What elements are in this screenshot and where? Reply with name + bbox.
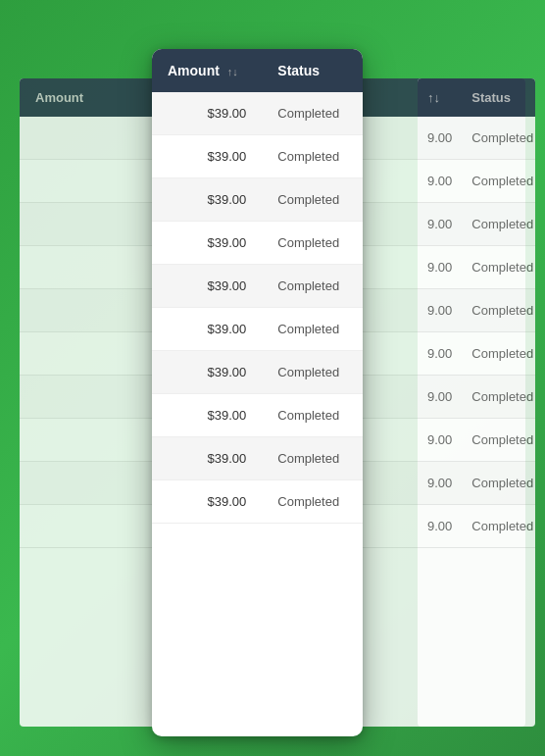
table-row: 9.00 Completed [418, 505, 535, 548]
status-cell: Completed [262, 92, 363, 135]
amount-cell: $39.00 [152, 92, 262, 135]
table-row: 9.00 Completed [418, 246, 535, 289]
status-cell: Completed [462, 376, 535, 419]
status-cell: Completed [262, 480, 363, 524]
right-sort-header: ↑↓ [418, 78, 462, 117]
table-row: 9.00 Completed [418, 332, 535, 376]
amount-cell: $39.00 [152, 178, 262, 222]
status-cell: Completed [262, 308, 363, 351]
status-cell: Completed [462, 246, 535, 289]
table-row: $39.00 Completed [152, 265, 363, 308]
sort-cell: 9.00 [418, 376, 462, 419]
table-row: $39.00 Completed [152, 92, 363, 135]
amount-cell: $39.00 [152, 265, 262, 308]
status-cell: Completed [262, 135, 363, 178]
table-row: $39.00 Completed [152, 351, 363, 394]
sort-cell: 9.00 [418, 203, 462, 246]
sort-cell: 9.00 [418, 160, 462, 203]
status-cell: Completed [262, 222, 363, 265]
amount-cell: $39.00 [152, 437, 262, 480]
status-cell: Completed [262, 437, 363, 480]
table-row: $39.00 Completed [152, 222, 363, 265]
sort-cell: 9.00 [418, 505, 462, 548]
status-cell: Completed [462, 289, 535, 332]
status-cell: Completed [462, 117, 535, 160]
sort-cell: 9.00 [418, 332, 462, 376]
sort-cell: 9.00 [418, 419, 462, 462]
sort-cell: 9.00 [418, 117, 462, 160]
table-row: 9.00 Completed [418, 160, 535, 203]
table-row: $39.00 Completed [152, 437, 363, 480]
sort-cell: 9.00 [418, 462, 462, 505]
right-status-header: Status [462, 78, 535, 117]
right-table: ↑↓ Status 9.00 Completed 9.00 Completed … [418, 78, 535, 727]
table-row: 9.00 Completed [418, 376, 535, 419]
table-row: 9.00 Completed [418, 462, 535, 505]
status-cell: Completed [462, 505, 535, 548]
sort-icon: ↑↓ [227, 66, 238, 77]
amount-cell: $39.00 [152, 135, 262, 178]
fg-status-header: Status [262, 49, 363, 92]
table-row: 9.00 Completed [418, 203, 535, 246]
fg-amount-header[interactable]: Amount ↑↓ [152, 49, 262, 92]
status-cell: Completed [262, 351, 363, 394]
table-row: 9.00 Completed [418, 419, 535, 462]
amount-cell: $39.00 [152, 480, 262, 524]
amount-cell: $39.00 [152, 394, 262, 437]
status-cell: Completed [462, 462, 535, 505]
table-row: $39.00 Completed [152, 480, 363, 524]
status-cell: Completed [262, 394, 363, 437]
table-row: $39.00 Completed [152, 178, 363, 222]
amount-cell: $39.00 [152, 351, 262, 394]
status-cell: Completed [462, 160, 535, 203]
table-row: $39.00 Completed [152, 394, 363, 437]
foreground-table: Amount ↑↓ Status $39.00 Completed $39.00… [152, 49, 363, 736]
status-cell: Completed [462, 332, 535, 376]
status-cell: Completed [262, 178, 363, 222]
status-cell: Completed [462, 419, 535, 462]
table-row: 9.00 Completed [418, 289, 535, 332]
status-cell: Completed [462, 203, 535, 246]
table-row: $39.00 Completed [152, 135, 363, 178]
table-row: 9.00 Completed [418, 117, 535, 160]
sort-cell: 9.00 [418, 289, 462, 332]
amount-cell: $39.00 [152, 222, 262, 265]
amount-cell: $39.00 [152, 308, 262, 351]
status-cell: Completed [262, 265, 363, 308]
sort-cell: 9.00 [418, 246, 462, 289]
table-row: $39.00 Completed [152, 308, 363, 351]
